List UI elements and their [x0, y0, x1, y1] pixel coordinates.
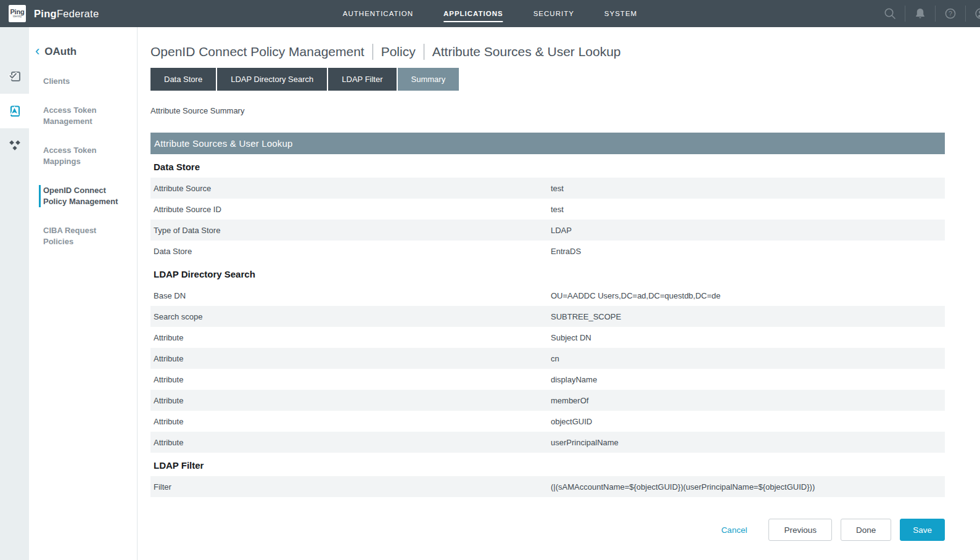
wizard-steps: Data StoreLDAP Directory SearchLDAP Filt…: [150, 68, 945, 91]
sidebar-back-oauth[interactable]: ‹ OAuth: [35, 46, 137, 58]
cancel-link[interactable]: Cancel: [721, 525, 747, 535]
sidebar-item-access-token-management[interactable]: Access Token Management: [39, 105, 121, 127]
row-label: Filter: [154, 482, 551, 492]
row-label: Attribute: [154, 417, 551, 426]
save-button[interactable]: Save: [900, 519, 945, 541]
table-row: AttributeuserPrincipalName: [150, 432, 945, 453]
logo-subtext: Identity: [13, 15, 22, 19]
section-heading-ldap-filter: LDAP Filter: [150, 453, 945, 476]
nav-item-system[interactable]: SYSTEM: [604, 7, 637, 20]
sidebar-section-label: OAuth: [44, 46, 76, 58]
row-value: displayName: [551, 375, 945, 384]
row-label: Attribute Source ID: [154, 205, 551, 214]
nav-item-applications[interactable]: APPLICATIONS: [443, 7, 503, 20]
row-value: cn: [551, 354, 945, 363]
svg-text:?: ?: [949, 10, 952, 17]
sidebar-item-clients[interactable]: Clients: [39, 76, 121, 87]
search-icon[interactable]: [883, 7, 897, 20]
row-value: (|(sAMAccountName=${objectGUID})(userPri…: [551, 482, 945, 492]
notifications-bell-icon[interactable]: [913, 7, 927, 20]
table-row: AttributememberOf: [150, 390, 945, 411]
table-row: AttributeSubject DN: [150, 327, 945, 348]
sidebar-item-ciba-request-policies[interactable]: CIBA Request Policies: [39, 225, 121, 247]
row-value: userPrincipalName: [551, 438, 945, 447]
brand[interactable]: Ping Identity PingFederate: [9, 0, 99, 27]
table-row: Attribute Source IDtest: [150, 199, 945, 220]
row-label: Attribute: [154, 375, 551, 384]
row-label: Attribute: [154, 396, 551, 405]
ping-identity-logo: Ping Identity: [9, 5, 26, 22]
row-label: Search scope: [154, 312, 551, 321]
table-row: Filter(|(sAMAccountName=${objectGUID})(u…: [150, 476, 945, 497]
sidebar-item-access-token-mappings[interactable]: Access Token Mappings: [39, 145, 121, 167]
table-row: Search scopeSUBTREE_SCOPE: [150, 306, 945, 327]
row-value: OU=AADDC Users,DC=ad,DC=questdb,DC=de: [551, 291, 945, 300]
pingfederate-app: Ping Identity PingFederate AUTHENTICATIO…: [0, 0, 980, 560]
sidebar-item-openid-connect-policy-management[interactable]: OpenID Connect Policy Management: [39, 185, 121, 207]
row-value: objectGUID: [551, 417, 945, 426]
row-value: SUBTREE_SCOPE: [551, 312, 945, 321]
table-title-bar: Attribute Sources & User Lookup: [150, 133, 945, 154]
table-row: Attributecn: [150, 348, 945, 369]
divider: [935, 6, 936, 22]
row-label: Attribute Source: [154, 184, 551, 193]
checklist-icon: [7, 69, 22, 84]
chevron-left-icon: ‹: [35, 47, 39, 56]
table-row: AttributeobjectGUID: [150, 411, 945, 432]
action-bar: Cancel Previous Done Save: [150, 519, 945, 541]
topbar-utilities: ?: [883, 0, 980, 27]
table-row: Type of Data StoreLDAP: [150, 220, 945, 241]
title-part: Attribute Sources & User Lookup: [432, 44, 621, 59]
sidebar-menu: ClientsAccess Token ManagementAccess Tok…: [29, 76, 137, 247]
row-label: Attribute: [154, 438, 551, 447]
row-value: Subject DN: [551, 333, 945, 342]
step-tab-summary[interactable]: Summary: [398, 68, 459, 91]
token-publish-icon: [7, 104, 22, 118]
sidebar: ‹ OAuth ClientsAccess Token ManagementAc…: [29, 27, 138, 560]
row-label: Base DN: [154, 291, 551, 300]
summary-table: Data StoreAttribute SourcetestAttribute …: [150, 154, 945, 497]
title-separator: [373, 44, 373, 60]
row-value: test: [551, 205, 945, 214]
step-tab-data-store[interactable]: Data Store: [150, 68, 216, 91]
row-value: memberOf: [551, 396, 945, 405]
table-row: AttributedisplayName: [150, 369, 945, 390]
row-label: Attribute: [154, 354, 551, 363]
table-row: Base DNOU=AADDC Users,DC=ad,DC=questdb,D…: [150, 285, 945, 306]
divider: [965, 6, 966, 22]
step-tab-ldap-directory-search[interactable]: LDAP Directory Search: [217, 68, 327, 91]
nav-item-security[interactable]: SECURITY: [533, 7, 574, 20]
row-value: test: [551, 184, 945, 193]
section-heading-ldap-directory-search: LDAP Directory Search: [150, 261, 945, 285]
primary-nav: AUTHENTICATIONAPPLICATIONSSECURITYSYSTEM: [343, 0, 637, 27]
logo-text: Ping: [10, 9, 24, 15]
row-value: EntraDS: [551, 247, 945, 256]
title-part: Policy: [381, 44, 416, 59]
step-tab-ldap-filter[interactable]: LDAP Filter: [328, 68, 396, 91]
done-button[interactable]: Done: [841, 519, 891, 541]
rail-item-policies[interactable]: [0, 128, 29, 163]
rail-item-clients[interactable]: [0, 59, 29, 94]
icon-rail: [0, 27, 29, 560]
row-label: Data Store: [154, 247, 551, 256]
previous-button[interactable]: Previous: [768, 519, 832, 541]
product-name: PingFederate: [34, 8, 99, 20]
help-icon[interactable]: ?: [944, 7, 957, 20]
cluster-icon: [7, 138, 22, 153]
table-row: Data StoreEntraDS: [150, 241, 945, 261]
row-label: Attribute: [154, 333, 551, 342]
table-row: Attribute Sourcetest: [150, 178, 945, 199]
nav-item-authentication[interactable]: AUTHENTICATION: [343, 7, 413, 20]
account-icon[interactable]: [974, 7, 980, 20]
page-title: OpenID Connect Policy ManagementPolicyAt…: [150, 44, 945, 60]
title-separator: [424, 44, 424, 60]
divider: [905, 6, 905, 22]
top-navigation-bar: Ping Identity PingFederate AUTHENTICATIO…: [0, 0, 980, 27]
main-content: OpenID Connect Policy ManagementPolicyAt…: [138, 27, 980, 560]
title-part: OpenID Connect Policy Management: [150, 44, 364, 59]
row-label: Type of Data Store: [154, 226, 551, 235]
row-value: LDAP: [551, 226, 945, 235]
rail-item-access-token[interactable]: [0, 94, 29, 128]
section-heading-data-store: Data Store: [150, 154, 945, 178]
summary-caption: Attribute Source Summary: [150, 106, 945, 115]
